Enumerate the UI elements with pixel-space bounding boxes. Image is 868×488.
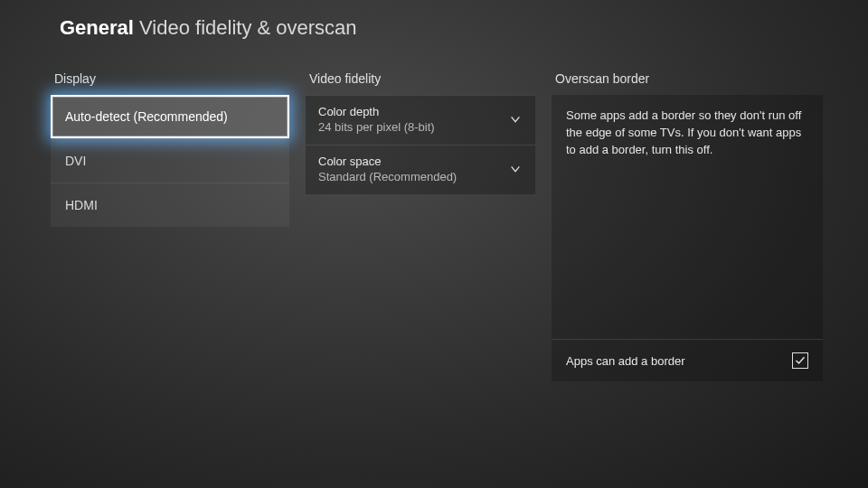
checkbox-icon [792, 352, 808, 369]
overscan-checkbox-row[interactable]: Apps can add a border [552, 339, 823, 381]
overscan-description-box: Some apps add a border so they don't run… [552, 95, 823, 339]
display-option-label: HDMI [65, 198, 98, 212]
fidelity-label: Video fidelity [306, 71, 535, 86]
page-header: General Video fidelity & overscan [0, 0, 868, 40]
color-space-dropdown[interactable]: Color space Standard (Recommended) [306, 145, 535, 194]
fidelity-column: Video fidelity Color depth 24 bits per p… [306, 71, 535, 194]
color-space-value: Standard (Recommended) [318, 170, 457, 183]
display-option-dvi[interactable]: DVI [51, 138, 289, 183]
overscan-description: Some apps add a border so they don't run… [566, 108, 801, 156]
display-option-hdmi[interactable]: HDMI [51, 183, 289, 227]
color-depth-value: 24 bits per pixel (8-bit) [318, 120, 435, 134]
overscan-label: Overscan border [552, 71, 823, 86]
display-label: Display [51, 71, 289, 86]
color-space-label: Color space [318, 155, 457, 168]
display-column: Display Auto-detect (Recommended) DVI HD… [51, 71, 289, 227]
header-title: Video fidelity & overscan [139, 16, 357, 39]
dropdown-text: Color depth 24 bits per pixel (8-bit) [318, 105, 435, 134]
chevron-down-icon [508, 162, 523, 176]
overscan-checkbox-label: Apps can add a border [566, 354, 685, 368]
display-option-auto-detect[interactable]: Auto-detect (Recommended) [51, 95, 289, 138]
color-depth-label: Color depth [318, 105, 435, 118]
color-depth-dropdown[interactable]: Color depth 24 bits per pixel (8-bit) [306, 95, 535, 145]
overscan-column: Overscan border Some apps add a border s… [552, 71, 823, 381]
header-category: General [60, 16, 134, 39]
settings-columns: Display Auto-detect (Recommended) DVI HD… [0, 40, 868, 381]
chevron-down-icon [508, 112, 523, 127]
display-option-label: Auto-detect (Recommended) [65, 109, 228, 124]
display-option-label: DVI [65, 154, 86, 168]
dropdown-text: Color space Standard (Recommended) [318, 155, 457, 183]
